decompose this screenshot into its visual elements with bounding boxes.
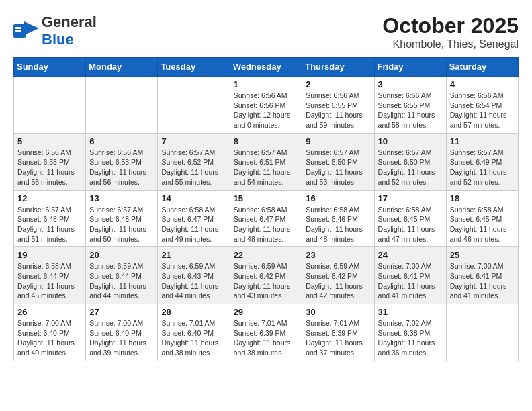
day-number: 15 — [234, 193, 299, 203]
weekday-header: Saturday — [446, 58, 518, 77]
day-number: 16 — [306, 193, 370, 203]
day-info: Sunrise: 6:57 AMSunset: 6:50 PMDaylight:… — [378, 148, 443, 187]
calendar-cell: 2Sunrise: 6:56 AMSunset: 6:55 PMDaylight… — [302, 77, 374, 134]
day-info: Sunrise: 6:56 AMSunset: 6:53 PMDaylight:… — [17, 148, 82, 187]
svg-rect-2 — [15, 27, 21, 29]
day-number: 14 — [161, 193, 226, 203]
day-info: Sunrise: 6:59 AMSunset: 6:44 PMDaylight:… — [89, 261, 154, 301]
day-number: 28 — [161, 307, 226, 317]
day-number: 25 — [450, 250, 515, 260]
weekday-header: Friday — [374, 58, 446, 77]
day-info: Sunrise: 6:56 AMSunset: 6:55 PMDaylight:… — [306, 91, 370, 130]
day-number: 24 — [378, 250, 443, 260]
calendar-cell: 29Sunrise: 7:01 AMSunset: 6:39 PMDayligh… — [230, 304, 302, 361]
day-number: 31 — [378, 307, 443, 317]
day-number: 6 — [89, 136, 154, 146]
weekday-header: Thursday — [302, 58, 374, 77]
calendar-cell: 19Sunrise: 6:58 AMSunset: 6:44 PMDayligh… — [14, 247, 86, 304]
day-info: Sunrise: 6:58 AMSunset: 6:46 PMDaylight:… — [306, 205, 370, 244]
calendar-cell: 15Sunrise: 6:58 AMSunset: 6:47 PMDayligh… — [230, 190, 302, 247]
day-info: Sunrise: 7:01 AMSunset: 6:39 PMDaylight:… — [234, 318, 299, 358]
calendar-cell — [14, 77, 86, 134]
svg-rect-3 — [15, 30, 21, 32]
weekday-header: Wednesday — [230, 58, 302, 77]
calendar-cell: 20Sunrise: 6:59 AMSunset: 6:44 PMDayligh… — [86, 247, 158, 304]
calendar-cell: 28Sunrise: 7:01 AMSunset: 6:40 PMDayligh… — [158, 304, 230, 361]
calendar-week-row: 19Sunrise: 6:58 AMSunset: 6:44 PMDayligh… — [14, 247, 519, 304]
calendar-cell: 9Sunrise: 6:57 AMSunset: 6:50 PMDaylight… — [302, 133, 374, 190]
weekday-header: Sunday — [14, 58, 86, 77]
day-number: 5 — [17, 136, 82, 146]
calendar-table: SundayMondayTuesdayWednesdayThursdayFrid… — [13, 57, 519, 361]
day-number: 26 — [17, 307, 82, 317]
day-info: Sunrise: 6:57 AMSunset: 6:52 PMDaylight:… — [161, 148, 226, 187]
day-info: Sunrise: 6:57 AMSunset: 6:48 PMDaylight:… — [89, 205, 154, 244]
day-number: 27 — [89, 307, 154, 317]
day-number: 21 — [161, 250, 226, 260]
day-info: Sunrise: 6:59 AMSunset: 6:43 PMDaylight:… — [161, 261, 226, 301]
day-info: Sunrise: 6:59 AMSunset: 6:42 PMDaylight:… — [306, 261, 370, 301]
calendar-cell: 24Sunrise: 7:00 AMSunset: 6:41 PMDayligh… — [374, 247, 446, 304]
calendar-cell: 1Sunrise: 6:56 AMSunset: 6:56 PMDaylight… — [230, 77, 302, 134]
day-info: Sunrise: 6:57 AMSunset: 6:51 PMDaylight:… — [234, 148, 299, 187]
calendar-cell: 7Sunrise: 6:57 AMSunset: 6:52 PMDaylight… — [158, 133, 230, 190]
day-number: 7 — [161, 136, 226, 146]
calendar-cell: 11Sunrise: 6:57 AMSunset: 6:49 PMDayligh… — [446, 133, 518, 190]
day-number: 19 — [17, 250, 82, 260]
logo-icon — [13, 21, 39, 40]
day-info: Sunrise: 6:58 AMSunset: 6:45 PMDaylight:… — [450, 205, 515, 244]
day-number: 2 — [306, 79, 370, 89]
day-info: Sunrise: 6:58 AMSunset: 6:45 PMDaylight:… — [378, 205, 443, 244]
calendar-week-row: 1Sunrise: 6:56 AMSunset: 6:56 PMDaylight… — [14, 77, 519, 134]
calendar-cell: 31Sunrise: 7:02 AMSunset: 6:38 PMDayligh… — [374, 304, 446, 361]
weekday-header: Monday — [86, 58, 158, 77]
calendar-cell: 13Sunrise: 6:57 AMSunset: 6:48 PMDayligh… — [86, 190, 158, 247]
day-number: 11 — [450, 136, 515, 146]
calendar-cell — [446, 304, 518, 361]
day-number: 4 — [450, 79, 515, 89]
calendar-cell: 10Sunrise: 6:57 AMSunset: 6:50 PMDayligh… — [374, 133, 446, 190]
day-info: Sunrise: 7:00 AMSunset: 6:41 PMDaylight:… — [378, 261, 443, 301]
day-info: Sunrise: 6:58 AMSunset: 6:44 PMDaylight:… — [17, 261, 82, 301]
day-number: 13 — [89, 193, 154, 203]
calendar-cell: 21Sunrise: 6:59 AMSunset: 6:43 PMDayligh… — [158, 247, 230, 304]
day-info: Sunrise: 6:59 AMSunset: 6:42 PMDaylight:… — [234, 261, 299, 301]
weekday-header: Tuesday — [158, 58, 230, 77]
day-info: Sunrise: 6:58 AMSunset: 6:47 PMDaylight:… — [234, 205, 299, 244]
day-info: Sunrise: 6:56 AMSunset: 6:56 PMDaylight:… — [234, 91, 299, 130]
day-info: Sunrise: 6:56 AMSunset: 6:53 PMDaylight:… — [89, 148, 154, 187]
day-info: Sunrise: 7:00 AMSunset: 6:40 PMDaylight:… — [89, 318, 154, 358]
day-info: Sunrise: 7:01 AMSunset: 6:39 PMDaylight:… — [306, 318, 370, 358]
calendar-cell: 27Sunrise: 7:00 AMSunset: 6:40 PMDayligh… — [86, 304, 158, 361]
calendar-week-row: 5Sunrise: 6:56 AMSunset: 6:53 PMDaylight… — [14, 133, 519, 190]
calendar-cell: 12Sunrise: 6:57 AMSunset: 6:48 PMDayligh… — [14, 190, 86, 247]
day-info: Sunrise: 7:02 AMSunset: 6:38 PMDaylight:… — [378, 318, 443, 358]
calendar-cell — [158, 77, 230, 134]
day-info: Sunrise: 6:58 AMSunset: 6:47 PMDaylight:… — [161, 205, 226, 244]
day-number: 23 — [306, 250, 370, 260]
logo: GeneralBlue — [13, 13, 97, 48]
svg-marker-1 — [24, 21, 39, 35]
calendar-cell: 14Sunrise: 6:58 AMSunset: 6:47 PMDayligh… — [158, 190, 230, 247]
calendar-cell: 26Sunrise: 7:00 AMSunset: 6:40 PMDayligh… — [14, 304, 86, 361]
day-number: 20 — [89, 250, 154, 260]
day-number: 30 — [306, 307, 370, 317]
calendar-cell: 17Sunrise: 6:58 AMSunset: 6:45 PMDayligh… — [374, 190, 446, 247]
logo-text: GeneralBlue — [42, 13, 97, 48]
calendar-cell: 25Sunrise: 7:00 AMSunset: 6:41 PMDayligh… — [446, 247, 518, 304]
calendar-cell: 22Sunrise: 6:59 AMSunset: 6:42 PMDayligh… — [230, 247, 302, 304]
day-number: 8 — [234, 136, 299, 146]
calendar-cell: 16Sunrise: 6:58 AMSunset: 6:46 PMDayligh… — [302, 190, 374, 247]
day-info: Sunrise: 6:56 AMSunset: 6:54 PMDaylight:… — [450, 91, 515, 130]
day-info: Sunrise: 6:57 AMSunset: 6:48 PMDaylight:… — [17, 205, 82, 244]
day-number: 22 — [234, 250, 299, 260]
title-block: October 2025 Khombole, Thies, Senegal — [382, 13, 519, 50]
calendar-title: October 2025 — [382, 13, 519, 38]
day-number: 17 — [378, 193, 443, 203]
calendar-cell: 8Sunrise: 6:57 AMSunset: 6:51 PMDaylight… — [230, 133, 302, 190]
day-number: 10 — [378, 136, 443, 146]
day-info: Sunrise: 7:00 AMSunset: 6:40 PMDaylight:… — [17, 318, 82, 358]
day-number: 3 — [378, 79, 443, 89]
calendar-cell: 23Sunrise: 6:59 AMSunset: 6:42 PMDayligh… — [302, 247, 374, 304]
day-number: 29 — [234, 307, 299, 317]
